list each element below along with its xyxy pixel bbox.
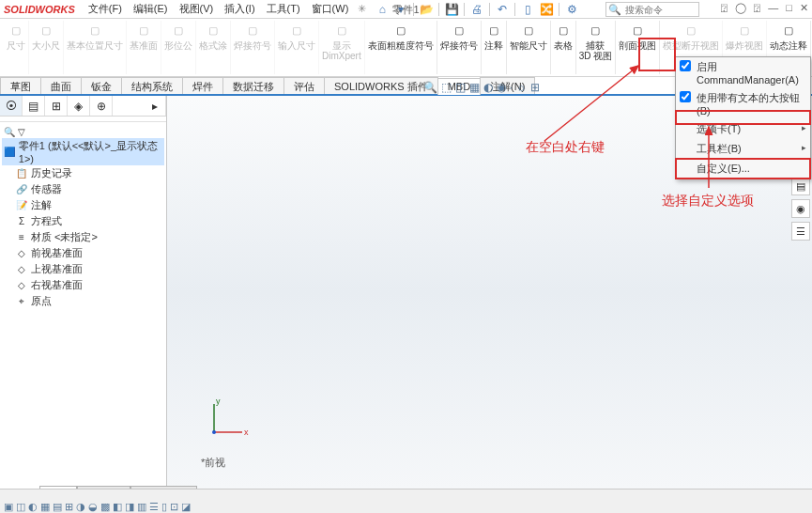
menu-edit[interactable]: 编辑(E) [128,0,174,18]
annotation-2: 选择自定义选项 [662,193,754,210]
ctx-item-3[interactable]: 工具栏(B)▸ [676,139,810,159]
ctx-checkbox[interactable] [680,60,691,71]
tree-tab-feature[interactable]: ⦿ [0,96,23,116]
tree-tab-config[interactable]: ⊞ [45,96,68,116]
tree-node[interactable]: ⌖原点 [2,293,164,309]
tab-焊件[interactable]: 焊件 [182,77,223,94]
node-icon: Σ [15,215,28,228]
notify-icon[interactable]: ⍰ [754,2,760,14]
ribbon-14[interactable]: ▢捕获3D 视图 [576,21,617,74]
ribbon-13[interactable]: ▢表格 [551,21,576,74]
select-icon[interactable]: ▯ [521,3,534,16]
zoom-fit-icon[interactable]: 🔍 [423,81,437,94]
tree-node[interactable]: ◇上视基准面 [2,261,164,277]
menu-insert[interactable]: 插入(I) [219,0,260,18]
ctx-item-0[interactable]: 启用 CommandManager(A) [676,57,810,88]
ribbon-label: 输入尺寸 [278,40,315,51]
svg-point-4 [212,430,216,434]
ribbon-label: 表格 [554,40,573,51]
hide-show-icon[interactable]: ◐ [483,81,493,94]
tree-tab-property[interactable]: ▤ [23,96,45,116]
ribbon-0: ▢尺寸 [4,21,29,74]
ctx-label: 启用 CommandManager(A) [697,61,799,86]
tree-node[interactable]: 📋历史记录 [2,165,164,181]
user-icon[interactable]: ◯ [735,2,746,14]
save-icon[interactable]: 💾 [445,3,458,16]
tab-曲面[interactable]: 曲面 [40,77,82,94]
document-title: 零件1 [392,3,419,17]
bottom-icon-strip[interactable]: ▣◫◐▦▤⊞◑◒▩◧◨▥☰▯⊡◪ [4,501,191,513]
view-toolbar[interactable]: 🔍 ⬚ ◫ ▦ ◐ ◉ · ☼ ⊞ [423,81,540,94]
taskpane-forum-icon[interactable]: ☰ [791,222,810,241]
apply-scene-icon[interactable]: ☼ [516,81,527,94]
tree-node[interactable]: Σ方程式 [2,213,164,229]
ribbon-8: ▢显示DimXpert [319,21,365,74]
part-icon: 🟦 [4,146,16,159]
options-icon[interactable]: ⚙ [565,3,578,16]
tab-钣金[interactable]: 钣金 [81,77,122,94]
ribbon-icon: ▢ [169,21,188,39]
ribbon-label: 智能尺寸 [510,40,547,51]
redbox-customize [675,110,811,125]
tab-结构系统[interactable]: 结构系统 [121,77,183,94]
zoom-area-icon[interactable]: ⬚ [441,81,452,94]
node-icon: 📋 [15,167,28,180]
view-settings-icon[interactable]: ⊞ [530,81,540,94]
ribbon-icon: ▢ [586,21,605,39]
tree-node[interactable]: 📝注解 [2,197,164,213]
ctx-checkbox[interactable] [680,91,691,102]
close-icon[interactable]: ✕ [800,2,808,14]
search-box[interactable]: 🔍 [605,2,699,17]
menu-tools[interactable]: 工具(T) [261,0,306,18]
edit-appearance-icon[interactable]: ◉ [497,81,506,94]
ribbon-icon: ▢ [519,21,538,39]
tab-评估[interactable]: 评估 [283,77,325,94]
app-logo: SOLIDWORKS [4,4,75,15]
view-orient-icon[interactable]: ◫ [455,81,466,94]
print-icon[interactable]: 🖨 [470,3,483,16]
menu-file[interactable]: 文件(F) [83,0,128,18]
ctx-item-4[interactable]: 自定义(E)... [676,159,810,179]
tree-body: 🔍 ▽ 🟦 零件1 (默认<<默认>_显示状态 1>) 📋历史记录🔗传感器📝注解… [0,122,166,489]
tree-root[interactable]: 🟦 零件1 (默认<<默认>_显示状态 1>) [2,138,164,165]
tree-root-label: 零件1 (默认<<默认>_显示状态 1>) [19,139,162,164]
home-icon[interactable]: ⌂ [375,3,389,16]
menu-view[interactable]: 视图(V) [174,0,220,18]
taskpane-appearance-icon[interactable]: ◉ [791,199,810,218]
ribbon-9[interactable]: ▢表面粗糙度符号 [365,21,437,74]
ribbon-icon: ▢ [204,21,222,39]
menu-window[interactable]: 窗口(W) [306,0,355,18]
tree-node[interactable]: ◇右视基准面 [2,277,164,293]
tab-数据迁移[interactable]: 数据迁移 [222,77,284,94]
ribbon-11[interactable]: ▢注释 [482,21,507,74]
node-label: 传感器 [31,182,62,196]
tree-collapse-icon[interactable]: ▸ [144,96,166,116]
rebuild-icon[interactable]: 🔀 [540,3,553,16]
tree-tab-display[interactable]: ⊕ [90,96,113,116]
node-label: 上视基准面 [31,262,83,276]
search-input[interactable] [623,5,689,15]
ribbon-icon: ▢ [7,21,25,39]
help-icon[interactable]: ⍰ [721,2,728,14]
tree-node[interactable]: ≡材质 <未指定> [2,229,164,245]
undo-icon[interactable]: ↶ [496,3,509,16]
ribbon-6: ▢焊接符号 [231,21,275,74]
tree-node[interactable]: 🔗传感器 [2,181,164,197]
ribbon-icon: ▢ [779,21,798,39]
minimize-icon[interactable]: — [768,2,778,14]
tree-filter[interactable]: 🔍 ▽ [2,126,164,138]
open-icon[interactable]: 📂 [420,3,433,16]
tree-tab-dimxpert[interactable]: ◈ [68,96,90,116]
tab-SOLIDWORKS 插件[interactable]: SOLIDWORKS 插件 [324,77,438,94]
display-style-icon[interactable]: ▦ [469,81,480,94]
tab-草图[interactable]: 草图 [0,77,41,94]
ribbon-12[interactable]: ▢智能尺寸 [507,21,551,74]
ribbon-icon: ▢ [628,21,647,39]
ribbon-icon: ▢ [682,21,700,39]
taskpane-library-icon[interactable]: ▤ [791,177,810,195]
maximize-icon[interactable]: □ [786,2,792,14]
orientation-label: *前视 [201,456,225,470]
ribbon-icon: ▢ [391,21,410,39]
tree-node[interactable]: ◇前视基准面 [2,245,164,261]
ribbon-10[interactable]: ▢焊接符号 [437,21,482,74]
